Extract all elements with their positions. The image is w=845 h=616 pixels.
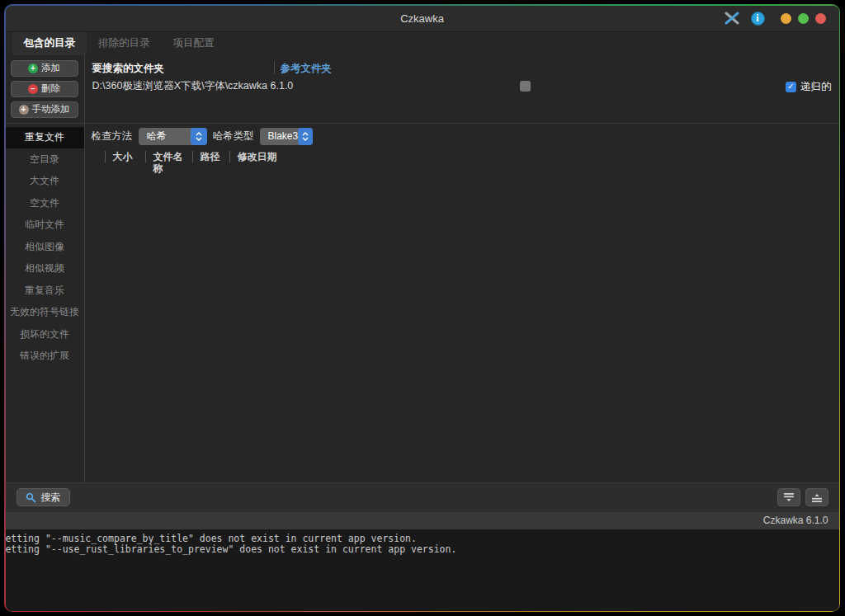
minus-circle-icon: − bbox=[28, 84, 38, 94]
search-button-label: 搜索 bbox=[41, 491, 61, 505]
column-header-modification-date[interactable]: 修改日期 bbox=[229, 151, 285, 162]
check-method-label: 检查方法 bbox=[92, 129, 133, 143]
sidebar-item-invalid-symlinks[interactable]: 无效的符号链接 bbox=[6, 302, 84, 324]
sidebar-item-big-files[interactable]: 大文件 bbox=[6, 171, 84, 193]
results-table-header: 大小 文件名称 路径 修改日期 bbox=[105, 149, 839, 165]
check-method-row: 检查方法 哈希 哈希类型 Blake3 bbox=[85, 124, 839, 149]
log-line: Setting "--music_compare_by_title" does … bbox=[6, 534, 839, 544]
hash-type-select[interactable]: Blake3 bbox=[260, 128, 313, 145]
app-window: Czkawka i 包含的目录 排除的目录 项目配置 bbox=[6, 6, 839, 611]
log-line: Setting "--use_rust_libraries_to_preview… bbox=[6, 544, 839, 555]
status-row: Czkawka 6.1.0 bbox=[6, 512, 839, 529]
directory-list: 要搜索的文件夹 参考文件夹 D:\360极速浏览器X下载\字体\czkawka … bbox=[85, 55, 839, 123]
plus-circle-icon: + bbox=[19, 105, 29, 115]
directories-panel: + 添加 − 删除 + 手动添加 要搜索的文件夹 参考文件夹 D:\360极速浏… bbox=[6, 55, 839, 124]
check-method-select[interactable]: 哈希 bbox=[139, 128, 207, 145]
settings-tools-icon[interactable] bbox=[724, 12, 740, 25]
reference-folders-column-header: 参考文件夹 bbox=[281, 62, 333, 76]
sidebar-item-broken-files[interactable]: 损坏的文件 bbox=[6, 323, 84, 346]
maximize-button[interactable] bbox=[798, 13, 809, 24]
tool-sidebar: 重复文件 空目录 大文件 空文件 临时文件 相似图像 相似视频 重复音乐 无效的… bbox=[6, 124, 85, 482]
manual-add-directory-button[interactable]: + 手动添加 bbox=[11, 101, 78, 118]
manual-add-button-label: 手动添加 bbox=[32, 103, 70, 115]
window-title: Czkawka bbox=[400, 12, 444, 25]
remove-directory-button[interactable]: − 删除 bbox=[11, 81, 78, 97]
column-header-path[interactable]: 路径 bbox=[192, 151, 229, 162]
panel-expand-icon bbox=[811, 492, 823, 503]
top-tabbar: 包含的目录 排除的目录 项目配置 bbox=[6, 32, 839, 55]
add-button-label: 添加 bbox=[41, 62, 60, 74]
check-method-value: 哈希 bbox=[147, 129, 167, 143]
add-directory-button[interactable]: + 添加 bbox=[11, 60, 78, 77]
column-header-file-name[interactable]: 文件名称 bbox=[145, 151, 192, 162]
minimize-button[interactable] bbox=[781, 13, 791, 24]
results-table-body[interactable] bbox=[85, 165, 839, 482]
window-frame: Czkawka i 包含的目录 排除的目录 项目配置 bbox=[4, 4, 840, 612]
tab-included-directories[interactable]: 包含的目录 bbox=[12, 32, 87, 55]
sidebar-item-music-duplicates[interactable]: 重复音乐 bbox=[6, 280, 84, 302]
app-version-label: Czkawka 6.1.0 bbox=[763, 515, 828, 526]
window-buttons bbox=[781, 13, 826, 24]
reference-folder-checkbox[interactable] bbox=[520, 81, 531, 92]
sidebar-item-similar-images[interactable]: 相似图像 bbox=[6, 236, 84, 258]
chevron-updown-icon bbox=[191, 128, 207, 145]
tab-custom-items[interactable]: 项目配置 bbox=[162, 32, 226, 55]
duplicates-content: 检查方法 哈希 哈希类型 Blake3 bbox=[85, 124, 839, 482]
sidebar-item-similar-videos[interactable]: 相似视频 bbox=[6, 258, 84, 280]
remove-button-label: 删除 bbox=[41, 82, 60, 95]
sidebar-item-empty-directories[interactable]: 空目录 bbox=[6, 148, 84, 171]
hash-type-label: 哈希类型 bbox=[213, 129, 254, 143]
toggle-upper-panel-button[interactable] bbox=[777, 488, 800, 506]
search-button[interactable]: 搜索 bbox=[17, 488, 70, 506]
toggle-bottom-text-panel-button[interactable] bbox=[805, 488, 828, 506]
info-icon[interactable]: i bbox=[751, 12, 765, 26]
directory-buttons: + 添加 − 删除 + 手动添加 bbox=[6, 55, 85, 123]
recursive-option: ✓ 递归的 bbox=[786, 80, 832, 94]
recursive-label: 递归的 bbox=[800, 80, 832, 94]
recursive-checkbox[interactable]: ✓ bbox=[786, 82, 796, 92]
log-output-panel: Setting "--music_compare_by_title" does … bbox=[6, 529, 839, 611]
directory-row-path[interactable]: D:\360极速浏览器X下载\字体\czkawka 6.1.0 bbox=[92, 79, 294, 93]
column-header-size[interactable]: 大小 bbox=[105, 151, 145, 162]
tab-excluded-directories[interactable]: 排除的目录 bbox=[87, 32, 162, 55]
chevron-updown-icon bbox=[298, 128, 312, 145]
plus-circle-icon: + bbox=[28, 63, 38, 73]
sidebar-item-bad-extensions[interactable]: 错误的扩展 bbox=[6, 346, 84, 368]
panel-collapse-icon bbox=[783, 492, 795, 503]
titlebar: Czkawka i bbox=[6, 6, 839, 32]
search-folders-column-header: 要搜索的文件夹 bbox=[92, 62, 165, 76]
sidebar-item-duplicate-files[interactable]: 重复文件 bbox=[6, 127, 84, 149]
search-icon bbox=[26, 492, 36, 503]
sidebar-item-temporary-files[interactable]: 临时文件 bbox=[6, 214, 84, 237]
close-button[interactable] bbox=[815, 13, 826, 24]
main-area: 重复文件 空目录 大文件 空文件 临时文件 相似图像 相似视频 重复音乐 无效的… bbox=[6, 124, 839, 482]
hash-type-value: Blake3 bbox=[268, 130, 299, 142]
bottom-bar: 搜索 bbox=[6, 482, 839, 512]
sidebar-item-empty-files[interactable]: 空文件 bbox=[6, 192, 84, 214]
titlebar-controls: i bbox=[724, 6, 826, 31]
